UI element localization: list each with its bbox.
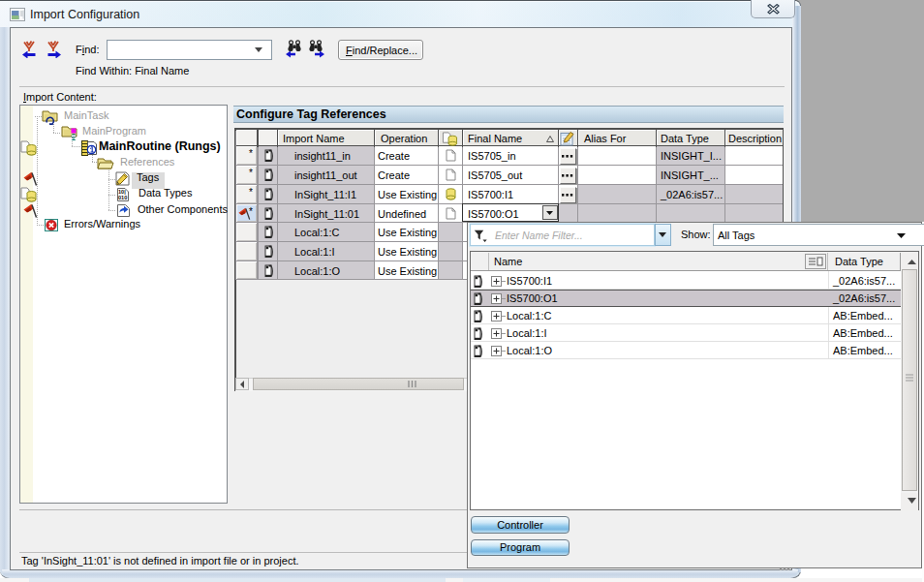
- svg-text:010: 010: [118, 195, 127, 200]
